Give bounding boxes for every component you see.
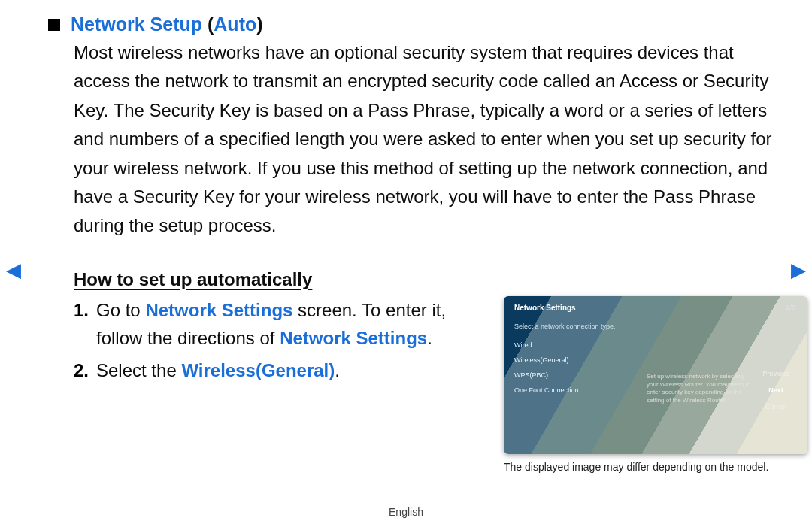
step-2-link-wireless-general: Wireless(General) xyxy=(181,360,335,380)
tv-option-wireless-general: Wireless(General) xyxy=(514,353,797,368)
tv-help-text: Set up wireless network by selecting you… xyxy=(647,373,752,405)
step-1-text-a: Go to xyxy=(96,300,145,320)
tv-subtitle: Select a network connection type. xyxy=(514,323,797,330)
tv-page-counter: 2/6 xyxy=(786,304,795,311)
step-1: Go to Network Settings screen. To enter … xyxy=(74,296,495,352)
section-paragraph: Most wireless networks have an optional … xyxy=(74,38,786,241)
section-title-auto: Auto xyxy=(214,14,256,35)
section-title-main: Network Setup xyxy=(71,14,208,35)
section-title: Network Setup (Auto) xyxy=(71,14,263,35)
tv-button-previous: Previous xyxy=(756,365,795,382)
section-title-paren-close: ) xyxy=(256,14,262,35)
sub-heading: How to set up automatically xyxy=(74,269,786,290)
tv-option-wired: Wired xyxy=(514,338,797,353)
next-page-arrow[interactable]: ▶ xyxy=(791,259,806,282)
step-1-link-network-settings-2: Network Settings xyxy=(280,328,427,348)
tv-title: Network Settings xyxy=(514,304,797,312)
footer-language: English xyxy=(0,506,812,518)
image-caption: The displayed image may differ depending… xyxy=(504,460,807,474)
document-page: Network Setup (Auto) Most wireless netwo… xyxy=(0,0,812,474)
tv-right-buttons: Previous Next Cancel xyxy=(756,365,795,415)
step-1-link-network-settings: Network Settings xyxy=(145,300,292,320)
steps-list: Go to Network Settings screen. To enter … xyxy=(74,296,495,385)
tv-button-cancel: Cancel xyxy=(756,398,795,415)
prev-page-arrow[interactable]: ◀ xyxy=(6,259,21,282)
section-header-row: Network Setup (Auto) xyxy=(48,14,786,35)
bullet-square-icon xyxy=(48,19,60,31)
tv-button-next: Next xyxy=(756,382,795,398)
step-2-text-a: Select the xyxy=(96,360,181,380)
tv-screenshot: Network Settings Select a network connec… xyxy=(504,296,807,454)
step-2: Select the Wireless(General). xyxy=(74,356,495,384)
step-1-text-c: . xyxy=(427,328,432,348)
step-2-text-b: . xyxy=(335,360,340,380)
